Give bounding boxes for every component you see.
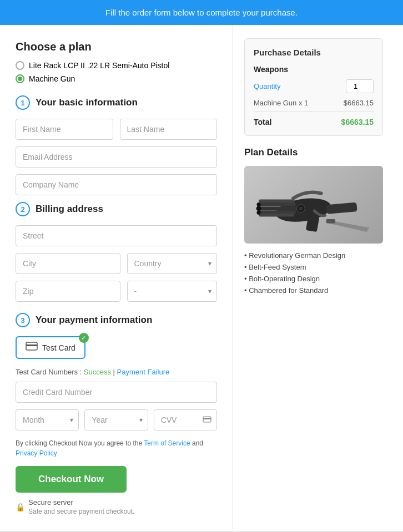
plan-option-machine-gun[interactable]: Machine Gun bbox=[16, 74, 217, 83]
card-check-badge: ✓ bbox=[79, 333, 89, 343]
plan-options: Lite Rack LCP II .22 LR Semi-Auto Pistol… bbox=[16, 61, 217, 83]
street-input[interactable] bbox=[16, 225, 217, 246]
failure-link[interactable]: Payment Failure bbox=[117, 368, 170, 376]
plan-details-title: Plan Details bbox=[244, 147, 383, 158]
quantity-input[interactable] bbox=[346, 79, 374, 93]
item-price: $6663.15 bbox=[344, 99, 374, 107]
card-button-label: Test Card bbox=[42, 343, 75, 352]
credit-card-icon bbox=[26, 342, 38, 353]
total-amount: $6663.15 bbox=[341, 118, 374, 126]
weapons-label: Weapons bbox=[254, 65, 374, 74]
privacy-link[interactable]: Privacy Policy bbox=[16, 449, 57, 457]
item-label: Machine Gun x 1 bbox=[254, 99, 308, 107]
svg-rect-3 bbox=[203, 418, 211, 420]
right-panel: Purchase Details Weapons Quantity Machin… bbox=[233, 25, 394, 531]
last-name-input[interactable] bbox=[120, 119, 218, 140]
state-select[interactable]: - AL CA NY TX bbox=[127, 281, 218, 302]
billing-section: 2 Billing address Country United States … bbox=[16, 202, 217, 302]
feature-1: Revolutionary German Design bbox=[244, 251, 383, 260]
feature-2: Belt-Feed System bbox=[244, 263, 383, 271]
total-label: Total bbox=[254, 118, 271, 126]
feature-3: Bolt-Operating Design bbox=[244, 275, 383, 283]
first-name-input[interactable] bbox=[16, 119, 113, 140]
zip-input[interactable] bbox=[16, 281, 120, 302]
quantity-row: Quantity bbox=[254, 79, 374, 93]
item-row: Machine Gun x 1 $6663.15 bbox=[254, 99, 374, 107]
left-panel: Choose a plan Lite Rack LCP II .22 LR Se… bbox=[0, 25, 233, 531]
svg-rect-7 bbox=[258, 210, 296, 214]
svg-rect-8 bbox=[259, 199, 294, 202]
top-banner: Fill the order form below to complete yo… bbox=[0, 0, 403, 25]
year-select[interactable]: Year 202420252026 2027202820292030 bbox=[84, 409, 148, 430]
basic-info-header: 1 Your basic information bbox=[16, 95, 217, 110]
basic-info-section: 1 Your basic information bbox=[16, 95, 217, 195]
safe-text: Safe and secure payment checkout. bbox=[28, 508, 134, 515]
svg-rect-9 bbox=[259, 214, 294, 216]
svg-point-17 bbox=[299, 206, 303, 210]
svg-point-11 bbox=[257, 202, 261, 206]
test-card-label: Test Card Numbers : bbox=[16, 368, 82, 376]
payment-header: 3 Your payment information bbox=[16, 313, 217, 327]
cvv-icon bbox=[203, 416, 211, 424]
company-input[interactable] bbox=[16, 174, 217, 195]
purchase-details-box: Purchase Details Weapons Quantity Machin… bbox=[244, 38, 383, 136]
city-input[interactable] bbox=[16, 253, 120, 274]
month-select[interactable]: Month 010203 040506 070809 101112 bbox=[16, 409, 79, 430]
svg-rect-15 bbox=[326, 219, 335, 223]
test-card-info: Test Card Numbers : Success | Payment Fa… bbox=[16, 368, 217, 376]
email-input[interactable] bbox=[16, 146, 217, 168]
svg-rect-1 bbox=[26, 344, 37, 346]
basic-info-title: Your basic information bbox=[36, 97, 138, 108]
svg-rect-5 bbox=[258, 206, 299, 210]
payment-section: 3 Your payment information Test Card ✓ T… bbox=[16, 313, 217, 515]
cc-number-input[interactable] bbox=[16, 382, 217, 403]
quantity-label: Quantity bbox=[254, 82, 280, 90]
section-number-3: 3 bbox=[16, 313, 30, 327]
section-number-1: 1 bbox=[16, 95, 30, 110]
choose-plan-section: Choose a plan Lite Rack LCP II .22 LR Se… bbox=[16, 40, 217, 83]
plan-features: Revolutionary German Design Belt-Feed Sy… bbox=[244, 251, 383, 295]
terms-text: By clicking Checkout Now you agree to th… bbox=[16, 438, 217, 458]
payment-title: Your payment information bbox=[36, 315, 152, 326]
svg-point-12 bbox=[257, 210, 261, 214]
total-row: Total $6663.15 bbox=[254, 112, 374, 126]
country-select[interactable]: Country United States Canada United King… bbox=[127, 253, 218, 274]
plan-machine-gun-label: Machine Gun bbox=[29, 74, 75, 83]
choose-plan-title: Choose a plan bbox=[16, 40, 217, 53]
radio-machine-gun[interactable] bbox=[16, 74, 24, 83]
svg-point-10 bbox=[256, 206, 261, 211]
lock-icon: 🔒 bbox=[16, 503, 25, 511]
plan-lite-label: Lite Rack LCP II .22 LR Semi-Auto Pistol bbox=[29, 61, 169, 70]
billing-title: Billing address bbox=[36, 204, 103, 215]
checkout-button[interactable]: Checkout Now bbox=[16, 466, 127, 493]
svg-rect-6 bbox=[258, 202, 296, 205]
purchase-details-title: Purchase Details bbox=[254, 48, 374, 57]
tos-link[interactable]: Term of Service bbox=[144, 439, 190, 447]
gun-image bbox=[244, 166, 383, 244]
section-number-2: 2 bbox=[16, 202, 30, 216]
plan-details-section: Plan Details bbox=[244, 147, 383, 295]
secure-label: Secure server bbox=[28, 498, 134, 506]
success-link[interactable]: Success bbox=[84, 368, 111, 376]
secure-info: 🔒 Secure server Safe and secure payment … bbox=[16, 498, 217, 515]
radio-lite[interactable] bbox=[16, 61, 24, 70]
banner-text: Fill the order form below to complete yo… bbox=[105, 8, 298, 17]
billing-header: 2 Billing address bbox=[16, 202, 217, 216]
card-button[interactable]: Test Card ✓ bbox=[16, 336, 85, 359]
svg-rect-14 bbox=[326, 202, 357, 214]
feature-4: Chambered for Standard bbox=[244, 286, 383, 295]
plan-option-lite[interactable]: Lite Rack LCP II .22 LR Semi-Auto Pistol bbox=[16, 61, 217, 70]
